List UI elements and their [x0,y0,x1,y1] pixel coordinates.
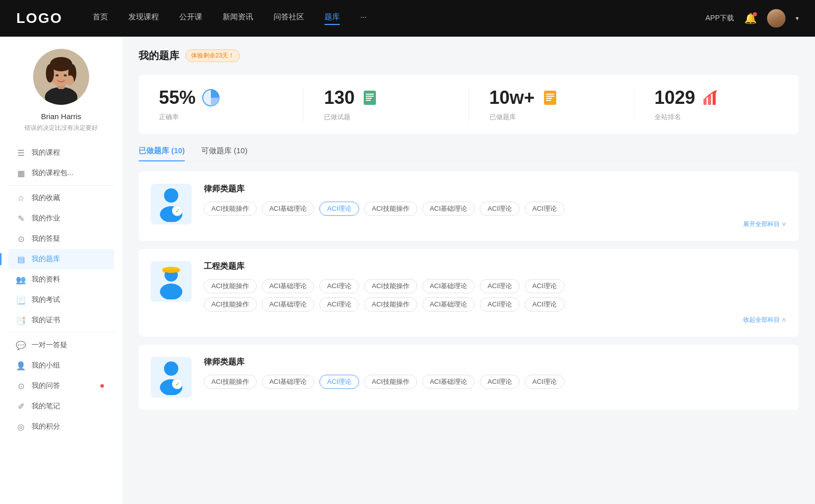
sidebar-item-cert[interactable]: 📑 我的证书 [8,310,114,330]
nav-qa[interactable]: 问答社区 [274,12,304,25]
tag-item[interactable]: ACI技能操作 [204,375,257,389]
sidebar-item-label: 我的证书 [32,316,60,325]
stat-rank-label: 全站排名 [655,113,681,122]
svg-rect-23 [703,99,707,105]
qbank-tags: ACI技能操作 ACI基础理论 ACI理论 ACI技能操作 ACI基础理论 AC… [204,375,786,389]
qbank-card-lawyer-1: ✓ 律师类题库 ACI技能操作 ACI基础理论 ACI理论 ACI技能操作 AC… [139,172,799,241]
stat-accuracy-row: 55% [159,87,220,108]
course-pkg-icon: ▦ [16,169,25,178]
tag-item[interactable]: ACI基础理论 [262,202,315,216]
nav-home[interactable]: 首页 [93,12,108,25]
sidebar-item-label: 我的作业 [32,214,60,223]
notification-bell[interactable]: 🔔 [744,12,757,24]
app-download-btn[interactable]: APP下载 [705,14,734,23]
myqa-icon: ⊙ [16,381,25,390]
nav-more[interactable]: ··· [360,12,367,25]
sidebar-item-materials[interactable]: 👥 我的资料 [8,269,114,290]
qbank-card-engineer: 工程类题库 ACI技能操作 ACI基础理论 ACI理论 ACI技能操作 ACI基… [139,249,799,337]
tag-item[interactable]: ACI基础理论 [262,279,315,293]
svg-rect-25 [713,92,716,105]
qbank-card-content: 工程类题库 ACI技能操作 ACI基础理论 ACI理论 ACI技能操作 ACI基… [204,261,786,324]
sidebar-item-myqa[interactable]: ⊙ 我的问答 [8,376,114,396]
qbank-title: 工程类题库 [204,261,786,272]
tag-item[interactable]: ACI理论 [480,297,520,312]
stats-row: 55% 正确率 130 [139,75,799,134]
sidebar-menu: ☰ 我的课程 ▦ 我的课程包... ☆ 我的收藏 ✎ 我的作业 ⊙ 我的答疑 ▤ [0,143,122,437]
tag-item[interactable]: ACI理论 [319,279,359,293]
tag-item[interactable]: ACI技能操作 [204,297,257,312]
group-icon: 👤 [16,361,25,370]
expand-btn[interactable]: 展开全部科目 ∨ [204,220,786,229]
svg-point-11 [67,75,74,86]
svg-rect-17 [366,100,371,101]
my-course-icon: ☰ [16,148,25,157]
sidebar-item-qbank[interactable]: ▤ 我的题库 [8,249,114,269]
tag-item[interactable]: ACI理论 [480,279,520,293]
qbank-card-lawyer-2: ✓ 律师类题库 ACI技能操作 ACI基础理论 ACI理论 ACI技能操作 AC… [139,345,799,410]
tab-done[interactable]: 已做题库 (10) [139,146,185,161]
notification-dot [753,12,757,16]
sidebar-item-label: 我的题库 [32,255,60,264]
logo[interactable]: LOGO [16,10,62,26]
stat-accuracy-number: 55% [159,87,196,108]
qbank-tags: ACI技能操作 ACI基础理论 ACI理论 ACI技能操作 ACI基础理论 AC… [204,202,786,216]
svg-rect-16 [366,98,372,99]
tag-item-active[interactable]: ACI理论 [319,202,359,216]
avatar[interactable] [767,9,785,27]
tabs-row: 已做题库 (10) 可做题库 (10) [139,146,799,161]
tag-item[interactable]: ACI技能操作 [204,279,257,293]
qbank-title: 律师类题库 [204,357,786,368]
tag-item[interactable]: ACI理论 [525,375,564,389]
sidebar-item-1on1[interactable]: 💬 一对一答疑 [8,335,114,355]
svg-rect-19 [546,94,554,95]
tag-item[interactable]: ACI技能操作 [364,297,417,312]
tag-item[interactable]: ACI基础理论 [422,279,475,293]
tag-item[interactable]: ACI基础理论 [422,375,475,389]
tag-item[interactable]: ACI基础理论 [262,297,315,312]
navbar-right: APP下载 🔔 ▾ [705,9,799,27]
sidebar-item-points[interactable]: ◎ 我的积分 [8,416,114,437]
nav-discover[interactable]: 发现课程 [128,12,159,25]
collapse-btn[interactable]: 收起全部科目 ∧ [204,316,786,324]
tag-item[interactable]: ACI理论 [525,297,564,312]
sidebar-item-my-course[interactable]: ☰ 我的课程 [8,143,114,163]
svg-text:✓: ✓ [175,208,180,214]
tag-item[interactable]: ACI基础理论 [422,202,475,216]
tag-item[interactable]: ACI技能操作 [364,375,417,389]
tag-item[interactable]: ACI理论 [319,297,359,312]
tag-item[interactable]: ACI基础理论 [262,375,315,389]
sidebar-item-exam[interactable]: 📃 我的考试 [8,290,114,310]
sidebar-item-label: 我的小组 [32,361,60,370]
materials-icon: 👥 [16,275,25,284]
tag-item[interactable]: ACI技能操作 [204,202,257,216]
tag-item[interactable]: ACI理论 [525,202,564,216]
stat-done-b-row: 10w+ [490,87,559,108]
sidebar-item-group[interactable]: 👤 我的小组 [8,355,114,376]
nav-qbank[interactable]: 题库 [324,12,340,25]
sidebar-item-homework[interactable]: ✎ 我的作业 [8,208,114,229]
tag-item[interactable]: ACI理论 [480,202,520,216]
sidebar-item-qanda[interactable]: ⊙ 我的答疑 [8,229,114,249]
homework-icon: ✎ [16,214,25,223]
stat-done-b: 10w+ 已做题库 [469,87,634,122]
tag-item[interactable]: ACI基础理论 [422,297,475,312]
tag-item[interactable]: ACI理论 [480,375,520,389]
sidebar-item-course-pkg[interactable]: ▦ 我的课程包... [8,163,114,183]
favorites-icon: ☆ [16,193,25,203]
tag-item-active[interactable]: ACI理论 [319,375,359,389]
avatar-chevron-down-icon[interactable]: ▾ [796,15,799,22]
svg-point-27 [164,188,178,203]
doc-orange-icon [541,89,559,107]
nav-news[interactable]: 新闻资讯 [223,12,253,25]
tag-item[interactable]: ACI技能操作 [364,279,417,293]
tab-available[interactable]: 可做题库 (10) [201,146,248,161]
tag-item[interactable]: ACI技能操作 [364,202,417,216]
sidebar-item-notes[interactable]: ✐ 我的笔记 [8,396,114,416]
sidebar-item-label: 我的积分 [32,422,60,431]
cert-icon: 📑 [16,316,25,325]
tag-item[interactable]: ACI理论 [525,279,564,293]
avatar-image [767,9,785,27]
nav-opencourse[interactable]: 公开课 [179,12,202,25]
engineer-icon [156,264,186,299]
sidebar-item-favorites[interactable]: ☆ 我的收藏 [8,188,114,208]
